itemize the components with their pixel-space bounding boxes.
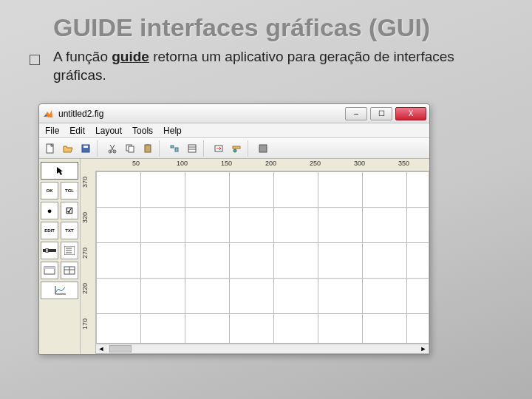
grid-overlay	[96, 171, 429, 343]
menu-layout[interactable]: Layout	[95, 126, 122, 136]
ruler-tick: 320	[81, 212, 89, 223]
ruler-tick: 170	[81, 318, 89, 330]
new-file-icon[interactable]	[42, 140, 58, 157]
ruler-vertical: 370 320 270 220 170	[81, 171, 95, 344]
svg-rect-11	[188, 145, 196, 152]
component-palette: OK TGL ● ☑ EDIT TXT	[39, 159, 81, 354]
toolbar	[39, 138, 429, 159]
svg-rect-10	[175, 148, 178, 151]
minimize-button[interactable]: –	[345, 107, 367, 120]
copy-icon[interactable]	[122, 140, 138, 157]
ruler-tick: 50	[132, 160, 140, 167]
canvas-area: 50 100 150 200 250 300 350 370 320 270 2…	[81, 159, 429, 354]
radiobutton-tool[interactable]: ●	[41, 202, 58, 219]
ruler-tick: 220	[81, 283, 89, 294]
save-file-icon[interactable]	[78, 140, 94, 157]
table-tool[interactable]	[61, 262, 78, 279]
run-icon[interactable]	[255, 140, 271, 157]
slider-tool[interactable]	[41, 242, 58, 259]
menu-editor-icon[interactable]	[184, 140, 200, 157]
ruler-tick: 270	[81, 248, 89, 259]
listbox-tool[interactable]	[61, 242, 78, 259]
svg-rect-2	[83, 146, 88, 148]
scroll-right-icon[interactable]: ►	[418, 345, 429, 352]
window-title: untitled2.fig	[58, 109, 345, 119]
scrollbar-horizontal[interactable]: ◄ ►	[95, 344, 429, 354]
ruler-tick: 370	[81, 177, 89, 188]
menu-tools[interactable]: Tools	[132, 126, 153, 136]
menu-edit[interactable]: Edit	[69, 126, 85, 136]
tab-order-icon[interactable]	[211, 140, 227, 157]
toolbar-editor-icon[interactable]	[228, 140, 245, 157]
bullet-icon	[30, 55, 40, 65]
align-icon[interactable]	[166, 140, 183, 157]
ruler-tick: 150	[221, 160, 232, 167]
menu-file[interactable]: File	[45, 126, 59, 136]
select-tool[interactable]	[41, 162, 78, 180]
paste-icon[interactable]	[140, 140, 156, 157]
body-keyword: guide	[112, 49, 149, 64]
svg-rect-8	[146, 144, 149, 146]
svg-rect-20	[44, 267, 55, 269]
menu-help[interactable]: Help	[163, 126, 182, 136]
guide-window: untitled2.fig – ☐ X File Edit Layout Too…	[38, 103, 430, 355]
slide-title: GUIDE interfaces gráficas (GUI)	[0, 0, 532, 48]
scroll-thumb[interactable]	[109, 345, 132, 352]
work-area: OK TGL ● ☑ EDIT TXT 50 100 150 200 250 3…	[39, 159, 429, 354]
body-pre: A função	[53, 49, 112, 64]
ruler-tick: 200	[265, 160, 276, 167]
menubar: File Edit Layout Tools Help	[39, 123, 429, 138]
svg-rect-16	[43, 249, 56, 252]
ruler-horizontal: 50 100 150 200 250 300 350	[95, 159, 429, 171]
svg-rect-9	[171, 146, 174, 148]
axes-tool[interactable]	[41, 282, 78, 299]
cut-icon[interactable]	[104, 140, 120, 157]
svg-rect-15	[259, 145, 267, 152]
togglebutton-tool[interactable]: TGL	[61, 182, 78, 200]
pushbutton-tool[interactable]: OK	[41, 182, 58, 200]
svg-rect-7	[145, 145, 151, 152]
ruler-tick: 300	[354, 160, 365, 167]
design-canvas[interactable]	[95, 171, 429, 344]
ruler-tick: 100	[177, 160, 188, 167]
scroll-left-icon[interactable]: ◄	[96, 345, 106, 352]
ruler-tick: 350	[398, 160, 409, 167]
checkbox-tool[interactable]: ☑	[61, 202, 78, 219]
maximize-button[interactable]: ☐	[370, 107, 392, 120]
edit-tool[interactable]: EDIT	[41, 222, 58, 239]
svg-rect-13	[233, 146, 240, 149]
close-button[interactable]: X	[395, 107, 426, 120]
text-tool[interactable]: TXT	[61, 222, 78, 239]
matlab-icon	[42, 108, 54, 120]
svg-point-14	[233, 149, 236, 152]
svg-rect-17	[46, 248, 48, 253]
ruler-tick: 250	[310, 160, 321, 167]
titlebar[interactable]: untitled2.fig – ☐ X	[39, 104, 429, 123]
panel-tool[interactable]	[41, 262, 58, 279]
slide-body: A função guide retorna um aplicativo par…	[0, 48, 532, 92]
svg-point-4	[113, 150, 116, 153]
svg-rect-6	[129, 146, 134, 152]
open-file-icon[interactable]	[60, 140, 76, 157]
svg-point-3	[109, 150, 112, 153]
